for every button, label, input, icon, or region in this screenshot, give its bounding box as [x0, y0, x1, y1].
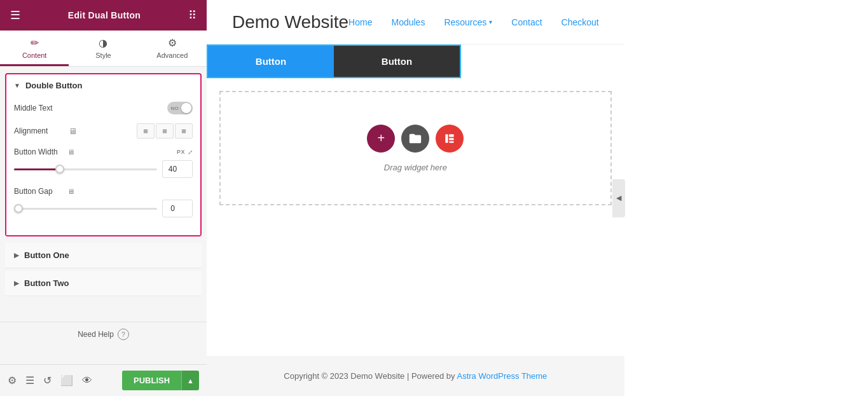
tabs-row: ✏ Content ◑ Style ⚙ Advanced: [0, 31, 207, 67]
middle-text-toggle-wrapper: NO: [167, 102, 193, 114]
tab-style-label: Style: [95, 51, 111, 59]
help-icon[interactable]: ?: [118, 329, 129, 340]
button-width-row: Button Width 🖥 PX ⤢: [14, 147, 193, 156]
svg-rect-3: [450, 141, 455, 143]
main-content: Demo Website Home Modules Resources ▾ Co…: [207, 0, 624, 396]
button-two-label: Button Two: [24, 278, 69, 288]
width-responsive-icon: 🖥: [67, 148, 74, 156]
slider-thumb[interactable]: [55, 165, 64, 174]
gap-slider-thumb[interactable]: [14, 204, 23, 213]
history-icon[interactable]: ↺: [43, 374, 52, 386]
collapse-arrow-icon: ▼: [14, 82, 20, 89]
tab-advanced[interactable]: ⚙ Advanced: [138, 31, 207, 66]
slider-fill: [14, 168, 60, 170]
align-right-button[interactable]: ≡: [175, 123, 193, 139]
preview-icon[interactable]: 👁: [82, 375, 92, 386]
tab-advanced-label: Advanced: [156, 51, 188, 59]
panel-collapse-handle[interactable]: ◀: [612, 179, 625, 217]
folder-button[interactable]: [401, 125, 429, 153]
settings-icon[interactable]: ⚙: [8, 374, 17, 386]
button-gap-row: Button Gap 🖥: [14, 187, 193, 196]
button-width-slider-row: [14, 160, 193, 178]
button-one[interactable]: Button: [208, 46, 334, 77]
footer-text: Copyright © 2023 Demo Website | Powered …: [284, 371, 457, 381]
width-unit-icon: ⤢: [188, 149, 193, 156]
nav-resources-chevron: ▾: [489, 18, 492, 25]
site-logo: Demo Website: [232, 12, 348, 32]
button-width-label: Button Width: [14, 147, 65, 156]
tab-content[interactable]: ✏ Content: [0, 31, 69, 66]
drag-action-buttons: +: [367, 125, 464, 153]
layers-icon[interactable]: ☰: [25, 374, 34, 386]
button-two-arrow: ▶: [14, 280, 19, 287]
button-two[interactable]: Button: [334, 46, 460, 77]
bottom-toolbar: ⚙ ☰ ↺ ⬜ 👁 PUBLISH ▲: [0, 364, 207, 396]
gap-slider-track: [14, 208, 157, 210]
svg-rect-1: [450, 134, 455, 137]
nav-checkout[interactable]: Checkout: [561, 17, 599, 27]
alignment-label: Alignment: [14, 126, 65, 135]
folder-icon: [408, 132, 422, 146]
site-nav: Demo Website Home Modules Resources ▾ Co…: [207, 0, 624, 44]
publish-button[interactable]: PUBLISH: [122, 371, 181, 390]
panel-header: ☰ Edit Dual Button ⠿: [0, 0, 207, 31]
grid-icon[interactable]: ⠿: [188, 8, 196, 22]
nav-resources[interactable]: Resources ▾: [444, 17, 492, 27]
button-one-section: ▶ Button One: [5, 243, 202, 268]
advanced-tab-icon: ⚙: [168, 37, 177, 49]
toggle-no-label: NO: [170, 106, 179, 111]
nav-links: Home Modules Resources ▾ Contact Checkou…: [348, 17, 599, 27]
slider-track: [14, 168, 157, 170]
middle-text-toggle[interactable]: NO: [167, 102, 193, 114]
svg-rect-2: [450, 138, 455, 140]
button-two-header[interactable]: ▶ Button Two: [5, 271, 202, 296]
button-one-arrow: ▶: [14, 252, 19, 259]
nav-resources-label: Resources: [444, 17, 486, 27]
nav-modules[interactable]: Modules: [391, 17, 425, 27]
tab-content-label: Content: [22, 51, 47, 59]
double-button-section: ▼ Double Button Middle Text NO: [5, 73, 202, 236]
align-center-button[interactable]: ≡: [156, 123, 174, 139]
double-button-body: Middle Text NO Alignment 🖥: [6, 97, 200, 235]
button-two-section: ▶ Button Two: [5, 271, 202, 296]
panel-content: ▼ Double Button Middle Text NO: [0, 67, 207, 364]
drag-text: Drag widget here: [384, 163, 447, 172]
nav-contact[interactable]: Contact: [511, 17, 542, 27]
alignment-row: Alignment 🖥 ≡ ≡ ≡: [14, 123, 193, 139]
double-button-header[interactable]: ▼ Double Button: [6, 74, 200, 97]
gap-responsive-icon: 🖥: [67, 188, 74, 195]
tab-style[interactable]: ◑ Style: [69, 31, 137, 66]
button-gap-input[interactable]: [162, 200, 193, 217]
hamburger-icon[interactable]: ☰: [10, 8, 20, 22]
responsive-icon[interactable]: ⬜: [60, 374, 73, 386]
button-width-input[interactable]: [162, 160, 193, 178]
drag-widget-area[interactable]: +: [219, 91, 612, 205]
alignment-responsive-icon: 🖥: [69, 126, 77, 136]
dual-buttons: Button Button: [207, 44, 461, 78]
button-one-header[interactable]: ▶ Button One: [5, 243, 202, 268]
left-panel: ☰ Edit Dual Button ⠿ ✏ Content ◑ Style ⚙…: [0, 0, 207, 396]
middle-text-row: Middle Text NO: [14, 102, 193, 114]
elementor-button[interactable]: [436, 125, 464, 153]
button-gap-slider-row: [14, 200, 193, 217]
nav-home[interactable]: Home: [348, 17, 372, 27]
content-tab-icon: ✏: [31, 37, 39, 49]
dual-button-wrapper: Button Button: [207, 44, 624, 78]
button-gap-slider[interactable]: [14, 202, 157, 215]
align-left-button[interactable]: ≡: [137, 123, 155, 139]
need-help-text: Need Help: [78, 330, 114, 339]
button-one-label: Button One: [24, 250, 69, 260]
publish-dropdown-button[interactable]: ▲: [181, 371, 199, 390]
alignment-buttons: ≡ ≡ ≡: [137, 123, 193, 139]
widget-area: Button Button +: [207, 44, 624, 218]
add-widget-button[interactable]: +: [367, 125, 395, 153]
footer-link[interactable]: Astra WordPress Theme: [457, 371, 548, 381]
site-preview: Demo Website Home Modules Resources ▾ Co…: [207, 0, 624, 396]
panel-title: Edit Dual Button: [68, 10, 141, 20]
toggle-knob: [181, 103, 191, 113]
width-unit-badge: PX: [177, 149, 185, 155]
double-button-label: Double Button: [25, 81, 83, 90]
publish-group: PUBLISH ▲: [122, 371, 199, 390]
need-help-footer: Need Help ?: [0, 322, 207, 346]
button-width-slider[interactable]: [14, 163, 157, 175]
